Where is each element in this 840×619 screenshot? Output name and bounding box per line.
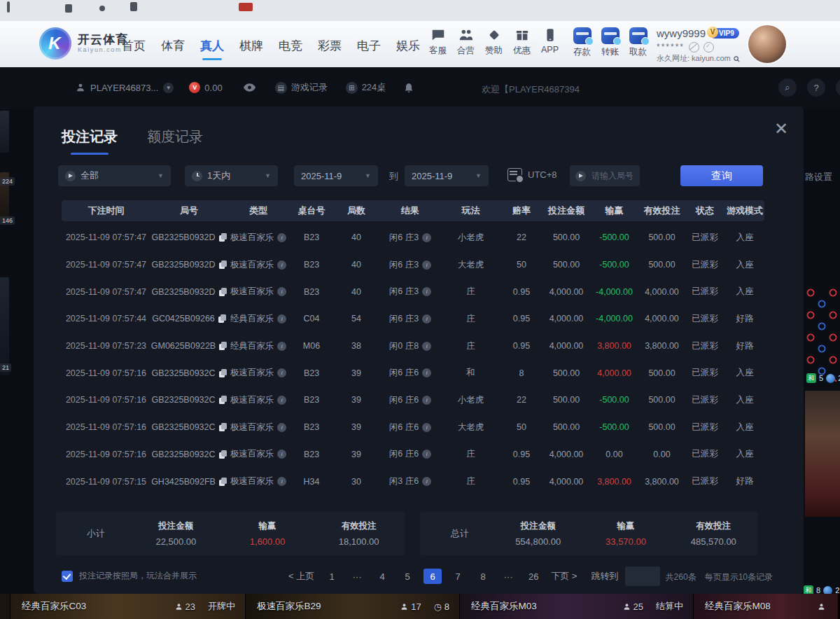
copy-icon[interactable] [219,288,227,296]
page-item[interactable]: 1 [323,569,341,584]
nav-item[interactable]: 首页 [122,38,146,60]
site-logo[interactable]: K 开云体育 Kaiyun.com [39,27,128,60]
info-icon[interactable]: i [422,260,431,270]
copy-icon[interactable] [219,260,227,269]
player-id[interactable]: PLAYER46873... [90,83,158,93]
page-item[interactable]: 5 [398,569,416,584]
nav-item[interactable]: 彩票 [318,38,342,60]
table-video-tile[interactable]: 经典百家乐M03 25 结算中 [459,594,693,619]
copy-icon[interactable] [219,423,227,431]
page-item[interactable]: 8 [474,569,492,584]
help-icon[interactable]: ? [807,78,825,97]
quick-link-sponsor[interactable]: 赞助 [480,27,507,57]
bet-time: 2025-11-09 07:57:23 [62,341,150,351]
info-icon[interactable]: i [277,450,286,459]
page-item[interactable]: 下页 > [550,569,578,584]
query-button[interactable]: 查询 [680,165,763,186]
quick-link-promo[interactable]: 优惠 [508,27,536,57]
deposit-button[interactable]: 存款 [568,27,596,58]
nav-item[interactable]: 真人 [200,38,224,60]
info-icon[interactable]: i [422,233,431,242]
status: 已派彩 [685,340,725,352]
more-icon[interactable]: ◎ [836,78,840,97]
eye-icon[interactable] [244,83,255,92]
bet-amount: 4,000.00 [543,314,589,324]
transfer-button[interactable]: 转账 [596,27,624,58]
quick-link-service[interactable]: 客服 [424,27,451,57]
withdraw-button[interactable]: 取款 [624,27,652,58]
person-icon [818,603,825,611]
info-icon[interactable]: i [277,233,286,242]
page-item[interactable]: ··· [499,569,517,584]
info-icon[interactable]: i [277,477,286,486]
table-row: 2025-11-09 07:57:15 GH3425B092FB 极速百家乐i … [62,468,764,495]
avatar[interactable] [748,25,786,63]
info-icon[interactable]: i [422,342,431,351]
info-icon[interactable]: i [277,314,286,324]
page-item[interactable]: 26 [524,569,542,584]
nav-item[interactable]: 电子 [357,38,381,60]
copy-icon[interactable] [219,396,227,404]
nav-item[interactable]: 电竞 [279,38,302,60]
copy-icon[interactable] [219,450,227,459]
round-number-input[interactable] [590,170,634,181]
page-item[interactable]: 4 [373,569,391,584]
info-icon[interactable]: i [422,450,431,459]
page-item[interactable]: 7 [449,569,467,584]
quick-link-partner[interactable]: 合营 [452,27,479,57]
date-from-picker[interactable]: 2025-11-9 ▼ [294,165,378,186]
info-icon[interactable]: i [277,423,286,432]
play-type: 小老虎 [442,232,500,244]
bell-icon[interactable] [404,83,414,93]
logo-mark-icon: K [39,27,71,60]
info-icon[interactable]: i [277,342,286,351]
info-icon[interactable]: i [422,423,431,432]
game-records-link[interactable]: 游戏记录 [291,81,328,94]
close-icon[interactable]: ✕ [774,120,788,137]
info-icon[interactable]: i [277,368,286,377]
nav-item[interactable]: 棋牌 [239,38,263,60]
status: 已派彩 [685,367,725,379]
time-range-select[interactable]: 1天内 ▼ [185,165,278,186]
table-video-tile[interactable]: 极速百家乐B29 17 8 [245,594,459,619]
modal-tab[interactable]: 额度记录 [147,127,203,155]
bet-time: 2025-11-09 07:57:44 [62,314,150,324]
info-icon[interactable]: i [422,396,431,405]
copy-icon[interactable] [219,369,227,377]
check-circle-icon[interactable] [704,42,714,53]
copy-icon[interactable] [218,314,226,323]
table-video-tile[interactable]: 经典百家乐C03 23 开牌中 [10,594,245,619]
copy-icon[interactable] [219,233,227,242]
blue-ball-icon [826,374,835,383]
chevron-down-icon[interactable]: ▼ [163,83,174,93]
page-item[interactable]: ··· [348,569,366,584]
info-icon[interactable]: i [422,368,431,377]
table-video-tile[interactable]: 经典百家乐M08 [693,594,838,619]
copy-icon[interactable] [219,478,227,486]
nav-item[interactable]: 体育 [161,38,185,60]
road-settings-label[interactable]: 路设置 [805,171,832,183]
info-icon[interactable]: i [422,287,431,296]
result: 闲3 庄6i [379,475,442,487]
info-icon[interactable]: i [422,314,431,324]
game-type-select[interactable]: 全部 ▼ [58,165,171,186]
jump-page-input[interactable] [625,566,660,586]
person-icon [400,603,408,611]
page-item[interactable]: < 上页 [287,569,316,584]
quick-link-app[interactable]: APP [536,27,564,57]
search-icon[interactable]: ⌕ [778,78,797,97]
odds: 0.95 [500,314,543,324]
eye-slash-icon[interactable] [689,42,699,53]
tables-count[interactable]: 224桌 [362,81,386,94]
copy-icon[interactable] [219,342,227,350]
nav-item[interactable]: 娱乐 [396,38,420,60]
merge-checkbox[interactable] [62,571,73,582]
modal-tab[interactable]: 投注记录 [62,127,118,155]
page-item[interactable]: 6 [424,569,442,584]
magnifier-icon[interactable] [733,55,741,63]
date-to-picker[interactable]: 2025-11-9 ▼ [405,165,489,186]
info-icon[interactable]: i [277,396,286,405]
info-icon[interactable]: i [422,477,431,486]
info-icon[interactable]: i [277,260,286,270]
info-icon[interactable]: i [277,287,286,296]
